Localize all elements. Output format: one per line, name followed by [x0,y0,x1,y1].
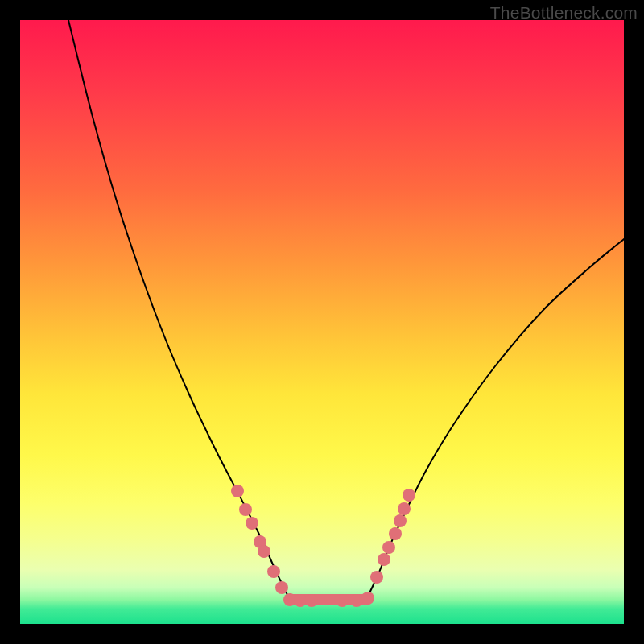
highlight-dot [275,581,288,594]
highlight-dot [378,553,390,566]
highlight-dot [239,503,252,516]
curve-left-branch [68,20,290,600]
curve-right-branch [366,239,624,600]
chart-frame: TheBottleneck.com [0,0,644,644]
highlight-dot [398,502,411,515]
highlight-dot [389,527,402,540]
highlight-dot [231,485,244,497]
highlight-dot [246,517,258,530]
highlight-dot [350,594,363,607]
chart-svg [20,20,624,624]
highlight-dot [305,594,318,607]
highlight-dot [361,592,374,605]
highlight-dot [258,545,270,558]
highlight-dot [370,571,383,584]
highlight-dot [294,594,307,607]
highlight-dots-group [231,485,415,607]
highlight-dot [267,565,280,578]
plot-area [20,20,624,624]
highlight-dot [336,594,349,607]
highlight-dot [394,514,407,527]
highlight-dot [382,541,395,554]
highlight-dot [402,489,415,502]
